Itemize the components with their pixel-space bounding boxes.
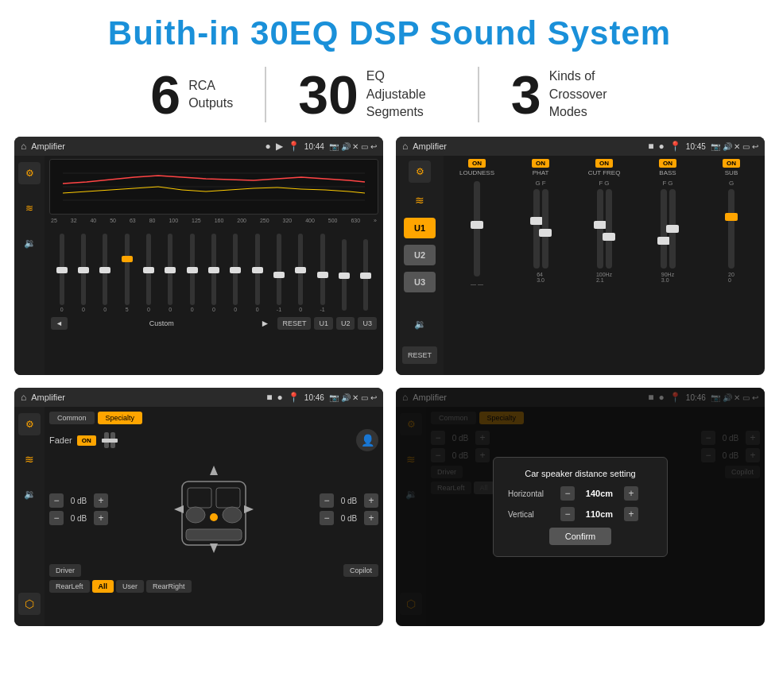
loudness-on[interactable]: ON xyxy=(468,159,486,168)
sub-slider[interactable] xyxy=(728,189,734,269)
eq-u2-btn[interactable]: U2 xyxy=(336,317,355,330)
loudness-value: — — xyxy=(471,281,483,287)
slider-3[interactable]: 0 xyxy=(95,234,116,312)
eq-u3-btn[interactable]: U3 xyxy=(358,317,377,330)
freq-more: » xyxy=(374,218,377,223)
eq-next-btn[interactable]: ► xyxy=(256,315,275,331)
rearleft-btn[interactable]: RearLeft xyxy=(49,580,90,593)
slider-6[interactable]: 0 xyxy=(160,234,181,312)
fader-expand-icon[interactable]: ⬡ xyxy=(18,593,41,615)
slider-11[interactable]: -1 xyxy=(268,234,289,312)
amp-reset-btn[interactable]: RESET xyxy=(402,346,437,364)
slider-4[interactable]: 5 xyxy=(116,234,138,312)
time-3: 10:46 xyxy=(304,393,324,402)
cutfreq-label: CUT FREQ xyxy=(588,169,621,176)
horizontal-plus[interactable]: + xyxy=(624,486,638,501)
eq-preset-label: Custom xyxy=(71,319,253,327)
user-btn[interactable]: User xyxy=(116,580,144,593)
fader-on-badge[interactable]: ON xyxy=(77,435,96,446)
eq-prev-btn[interactable]: ◄ xyxy=(51,317,68,330)
amp-vol-icon[interactable]: 🔉 xyxy=(409,313,431,335)
eq-preset-icon[interactable]: ⚙ xyxy=(18,162,41,184)
slider-14[interactable] xyxy=(333,239,355,312)
db-minus-tr[interactable]: − xyxy=(320,493,334,508)
cutfreq-on[interactable]: ON xyxy=(595,159,613,168)
topbar-icons-3: 📷 🔊 ✕ ▭ ↩ xyxy=(329,393,377,402)
driver-row: Driver Copilot xyxy=(49,564,378,577)
phat-on[interactable]: ON xyxy=(532,159,549,168)
sub-on[interactable]: ON xyxy=(723,159,740,168)
fader-main: Common Specialty Fader ON 👤 xyxy=(45,407,383,626)
confirm-button[interactable]: Confirm xyxy=(549,528,612,545)
all-btn[interactable]: All xyxy=(92,580,114,593)
db-plus-tr[interactable]: + xyxy=(364,493,378,508)
tab-specialty[interactable]: Specialty xyxy=(98,412,143,424)
db-plus-br[interactable]: + xyxy=(364,511,378,525)
stat-label-eq: EQ AdjustableSegments xyxy=(366,68,446,121)
loudness-slider[interactable] xyxy=(474,181,480,277)
svg-marker-10 xyxy=(210,466,218,475)
slider-5[interactable]: 0 xyxy=(138,234,159,312)
db-minus-bl[interactable]: − xyxy=(49,511,64,525)
bass-slider-2[interactable] xyxy=(669,189,676,269)
slider-9[interactable]: 0 xyxy=(225,234,246,312)
fader-vol-icon[interactable]: 🔉 xyxy=(18,483,41,505)
freq-125: 125 xyxy=(192,218,201,223)
car-svg xyxy=(170,458,258,561)
svg-marker-12 xyxy=(174,505,184,513)
vertical-plus[interactable]: + xyxy=(624,507,638,521)
eq-vol-icon[interactable]: 🔉 xyxy=(18,232,41,254)
eq-wave-icon[interactable]: ≋ xyxy=(18,197,41,219)
fader-preset-icon[interactable]: ⚙ xyxy=(18,413,41,435)
screen-equalizer: ⌂ Amplifier ● ▶ 📍 10:44 📷 🔊 ✕ ▭ ↩ ⚙ ≋ 🔉 xyxy=(14,137,383,375)
eq-u1-btn[interactable]: U1 xyxy=(314,317,333,330)
slider-10[interactable]: 0 xyxy=(246,234,268,312)
stat-number-rca: 6 xyxy=(150,68,180,122)
db-plus-bl[interactable]: + xyxy=(94,511,108,525)
horizontal-label: Horizontal xyxy=(508,489,556,498)
cutfreq-slider-2[interactable] xyxy=(606,189,612,269)
rearright-btn[interactable]: RearRight xyxy=(146,580,192,593)
slider-15[interactable] xyxy=(355,239,377,312)
copilot-btn[interactable]: Copilot xyxy=(343,564,378,577)
u3-select-btn[interactable]: U3 xyxy=(404,272,436,292)
db-minus-br[interactable]: − xyxy=(320,511,334,525)
amp-preset-icon[interactable]: ⚙ xyxy=(409,160,431,183)
fader-mini-2[interactable] xyxy=(110,432,115,448)
slider-12[interactable]: 0 xyxy=(290,234,312,312)
dot-icon-1: ● xyxy=(265,141,271,152)
phat-slider-2[interactable] xyxy=(542,189,548,269)
fader-wave-icon[interactable]: ≋ xyxy=(18,448,41,470)
freq-160: 160 xyxy=(215,218,224,223)
amp-left-panel: ⚙ ≋ U1 U2 U3 🔉 RESET xyxy=(396,156,444,375)
cutfreq-slider-1[interactable] xyxy=(597,189,603,269)
amp-wave-icon[interactable]: ≋ xyxy=(409,189,431,211)
vertical-value: 110cm xyxy=(579,509,619,519)
freq-50: 50 xyxy=(110,218,116,223)
slider-1[interactable]: 0 xyxy=(51,234,72,312)
freq-32: 32 xyxy=(71,218,77,223)
bass-on[interactable]: ON xyxy=(659,159,676,168)
slider-2[interactable]: 0 xyxy=(72,234,94,312)
u2-select-btn[interactable]: U2 xyxy=(404,245,436,265)
channel-phat: ON PHAT G F 643.0 xyxy=(510,159,571,372)
slider-13[interactable]: -1 xyxy=(312,234,333,312)
vertical-minus[interactable]: − xyxy=(560,507,575,521)
fader-profile-icon[interactable]: 👤 xyxy=(356,429,378,451)
db-minus-tl[interactable]: − xyxy=(49,493,64,508)
tab-common[interactable]: Common xyxy=(49,412,95,424)
freq-320: 320 xyxy=(283,218,293,223)
eq-graph xyxy=(49,159,378,215)
freq-25: 25 xyxy=(51,218,57,223)
slider-7[interactable]: 0 xyxy=(181,234,203,312)
page-title: Buith-in 30EQ DSP Sound System xyxy=(0,0,779,60)
db-value-bl: 0 dB xyxy=(67,514,91,523)
horizontal-minus[interactable]: − xyxy=(560,486,575,501)
db-plus-tl[interactable]: + xyxy=(94,493,108,508)
fader-content: ⚙ ≋ 🔉 ⬡ Common Specialty Fader ON xyxy=(14,407,383,626)
freq-40: 40 xyxy=(90,218,96,223)
driver-btn[interactable]: Driver xyxy=(49,564,81,577)
u1-select-btn[interactable]: U1 xyxy=(404,218,436,238)
eq-reset-btn[interactable]: RESET xyxy=(277,317,311,330)
slider-8[interactable]: 0 xyxy=(203,234,224,312)
